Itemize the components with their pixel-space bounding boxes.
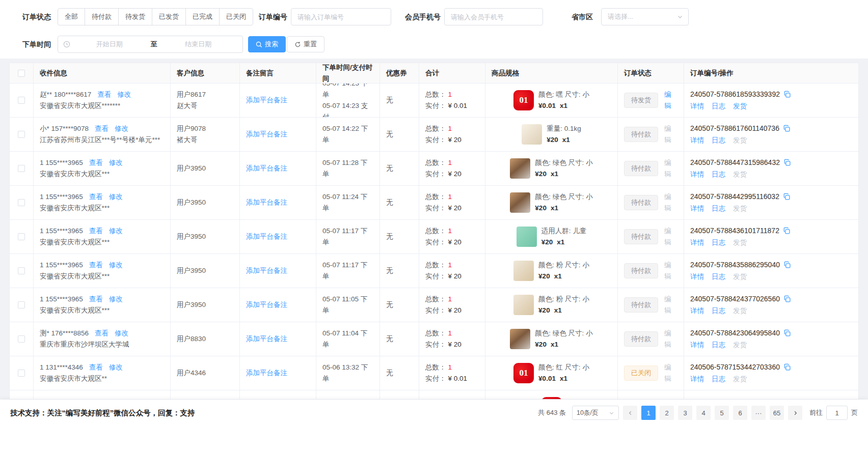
add-remark-link[interactable]: 添加平台备注	[246, 95, 310, 106]
prev-page-button[interactable]	[623, 406, 637, 420]
view-receiver-link[interactable]: 查看	[97, 91, 111, 98]
edit-order-link[interactable]: 编辑	[664, 191, 677, 214]
page-size-select[interactable]: 10条/页	[572, 406, 619, 420]
modify-receiver-link[interactable]: 修改	[115, 329, 128, 337]
ship-link[interactable]: 发货	[733, 305, 747, 317]
search-button[interactable]: 搜索	[248, 36, 286, 52]
edit-order-link[interactable]: 编辑	[664, 225, 677, 248]
status-tab-all[interactable]: 全部	[58, 8, 85, 25]
log-link[interactable]: 日志	[712, 305, 725, 317]
row-checkbox[interactable]	[18, 131, 25, 138]
detail-link[interactable]: 详情	[690, 101, 704, 112]
status-tab-closed[interactable]: 已关闭	[219, 8, 253, 25]
detail-link[interactable]: 详情	[690, 271, 704, 282]
copy-icon[interactable]	[783, 329, 791, 337]
order-time-range-picker[interactable]: 开始日期 至 结束日期	[58, 36, 243, 53]
ship-link[interactable]: 发货	[733, 374, 747, 385]
region-select[interactable]: 请选择...	[601, 8, 689, 25]
edit-order-link[interactable]: 编辑	[664, 89, 677, 111]
row-checkbox[interactable]	[18, 165, 25, 172]
row-checkbox[interactable]	[18, 370, 25, 377]
last-page-button[interactable]: 65	[770, 406, 784, 420]
add-remark-link[interactable]: 添加平台备注	[246, 129, 310, 140]
view-receiver-link[interactable]: 查看	[89, 193, 103, 201]
start-date-placeholder[interactable]: 开始日期	[70, 40, 149, 49]
ship-link[interactable]: 发货	[733, 101, 747, 112]
log-link[interactable]: 日志	[712, 135, 725, 146]
goto-page-input[interactable]	[826, 406, 848, 420]
row-checkbox[interactable]	[18, 233, 25, 240]
status-tab-shipped[interactable]: 已发货	[152, 8, 186, 25]
detail-link[interactable]: 详情	[690, 237, 704, 248]
add-remark-link[interactable]: 添加平台备注	[246, 197, 310, 208]
copy-icon[interactable]	[783, 125, 791, 132]
row-checkbox[interactable]	[18, 97, 25, 104]
copy-icon[interactable]	[783, 227, 791, 235]
log-link[interactable]: 日志	[712, 340, 725, 351]
ship-link[interactable]: 发货	[733, 271, 747, 282]
add-remark-link[interactable]: 添加平台备注	[246, 299, 310, 310]
detail-link[interactable]: 详情	[690, 340, 704, 351]
log-link[interactable]: 日志	[712, 203, 725, 214]
page-button-6[interactable]: 6	[733, 406, 747, 420]
log-link[interactable]: 日志	[712, 169, 725, 180]
ship-link[interactable]: 发货	[733, 237, 747, 248]
modify-receiver-link[interactable]: 修改	[109, 159, 123, 166]
modify-receiver-link[interactable]: 修改	[117, 91, 131, 98]
modify-receiver-link[interactable]: 修改	[109, 363, 123, 371]
add-remark-link[interactable]: 添加平台备注	[246, 333, 310, 345]
member-phone-input[interactable]	[444, 8, 543, 25]
copy-icon[interactable]	[783, 363, 791, 371]
row-checkbox[interactable]	[18, 301, 25, 308]
reset-button[interactable]: 重置	[287, 36, 324, 52]
log-link[interactable]: 日志	[712, 374, 725, 385]
status-tab-unshipped[interactable]: 待发货	[118, 8, 152, 25]
status-tab-unpaid[interactable]: 待付款	[85, 8, 119, 25]
add-remark-link[interactable]: 添加平台备注	[246, 163, 310, 174]
view-receiver-link[interactable]: 查看	[95, 329, 108, 337]
modify-receiver-link[interactable]: 修改	[109, 227, 123, 235]
detail-link[interactable]: 详情	[690, 374, 704, 385]
order-no-input[interactable]	[291, 8, 391, 25]
detail-link[interactable]: 详情	[690, 305, 704, 317]
page-button-5[interactable]: 5	[715, 406, 729, 420]
view-receiver-link[interactable]: 查看	[89, 159, 103, 166]
page-button-3[interactable]: 3	[678, 406, 692, 420]
copy-icon[interactable]	[783, 295, 791, 303]
ship-link[interactable]: 发货	[733, 169, 747, 180]
detail-link[interactable]: 详情	[690, 135, 704, 146]
edit-order-link[interactable]: 编辑	[664, 328, 677, 350]
copy-icon[interactable]	[783, 261, 791, 269]
ship-link[interactable]: 发货	[733, 340, 747, 351]
row-checkbox[interactable]	[18, 267, 25, 274]
detail-link[interactable]: 详情	[690, 203, 704, 214]
edit-order-link[interactable]: 编辑	[664, 123, 677, 146]
copy-icon[interactable]	[783, 91, 791, 98]
page-button-2[interactable]: 2	[660, 406, 674, 420]
edit-order-link[interactable]: 编辑	[664, 362, 677, 384]
ship-link[interactable]: 发货	[733, 203, 747, 214]
detail-link[interactable]: 详情	[690, 169, 704, 180]
add-remark-link[interactable]: 添加平台备注	[246, 231, 310, 242]
edit-order-link[interactable]: 编辑	[664, 260, 677, 282]
end-date-placeholder[interactable]: 结束日期	[159, 40, 238, 49]
modify-receiver-link[interactable]: 修改	[109, 261, 123, 269]
modify-receiver-link[interactable]: 修改	[115, 125, 128, 132]
more-pages-button[interactable]: ···	[751, 406, 766, 420]
next-page-button[interactable]	[788, 406, 802, 420]
add-remark-link[interactable]: 添加平台备注	[246, 265, 310, 276]
page-button-1[interactable]: 1	[641, 406, 656, 420]
ship-link[interactable]: 发货	[733, 135, 747, 146]
view-receiver-link[interactable]: 查看	[89, 295, 103, 303]
select-all-checkbox[interactable]	[18, 70, 25, 77]
copy-icon[interactable]	[783, 159, 791, 166]
view-receiver-link[interactable]: 查看	[89, 363, 103, 371]
log-link[interactable]: 日志	[712, 237, 725, 248]
add-remark-link[interactable]: 添加平台备注	[246, 368, 310, 379]
page-button-4[interactable]: 4	[696, 406, 711, 420]
copy-icon[interactable]	[783, 193, 791, 201]
modify-receiver-link[interactable]: 修改	[109, 295, 123, 303]
row-checkbox[interactable]	[18, 199, 25, 206]
row-checkbox[interactable]	[18, 335, 25, 343]
edit-order-link[interactable]: 编辑	[664, 294, 677, 316]
